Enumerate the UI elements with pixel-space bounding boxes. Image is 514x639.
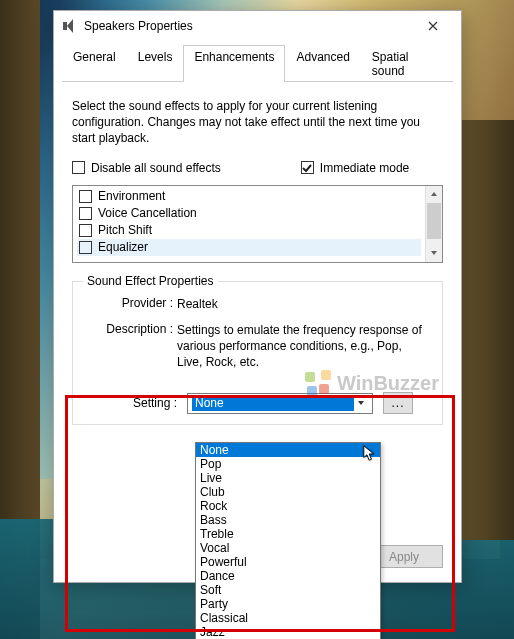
checkbox-icon: [301, 161, 314, 174]
dropdown-option[interactable]: Powerful: [196, 555, 380, 569]
list-item[interactable]: Equalizer: [77, 239, 421, 256]
checkbox-icon: [79, 241, 92, 254]
provider-value: Realtek: [177, 296, 428, 312]
instructions-text: Select the sound effects to apply for yo…: [72, 98, 443, 147]
tab-levels[interactable]: Levels: [127, 45, 184, 82]
dropdown-option[interactable]: Treble: [196, 527, 380, 541]
list-item[interactable]: Environment: [77, 188, 421, 205]
immediate-mode-checkbox[interactable]: Immediate mode: [301, 161, 409, 175]
tab-advanced[interactable]: Advanced: [285, 45, 360, 82]
sound-effect-properties-group: Sound Effect Properties Provider : Realt…: [72, 281, 443, 426]
dropdown-option[interactable]: Dance: [196, 569, 380, 583]
provider-label: Provider :: [87, 296, 177, 312]
effect-label: Environment: [98, 189, 165, 203]
dropdown-option[interactable]: Live: [196, 471, 380, 485]
dropdown-option[interactable]: Rock: [196, 499, 380, 513]
setting-value: None: [192, 396, 354, 411]
description-value: Settings to emulate the frequency respon…: [177, 322, 428, 371]
group-title: Sound Effect Properties: [83, 274, 218, 288]
dropdown-option[interactable]: Pop: [196, 457, 380, 471]
list-item[interactable]: Voice Cancellation: [77, 205, 421, 222]
disable-all-checkbox[interactable]: Disable all sound effects: [72, 161, 221, 175]
description-label: Description :: [87, 322, 177, 371]
effect-label: Voice Cancellation: [98, 206, 197, 220]
dropdown-option[interactable]: Classical: [196, 611, 380, 625]
dropdown-option[interactable]: Vocal: [196, 541, 380, 555]
checkbox-icon: [79, 190, 92, 203]
dropdown-option[interactable]: Party: [196, 597, 380, 611]
dropdown-option[interactable]: Bass: [196, 513, 380, 527]
setting-combobox[interactable]: None: [187, 393, 373, 414]
tab-spatial-sound[interactable]: Spatial sound: [361, 45, 453, 82]
setting-dropdown[interactable]: NonePopLiveClubRockBassTrebleVocalPowerf…: [195, 442, 381, 639]
close-button[interactable]: [413, 12, 453, 40]
setting-label: Setting :: [117, 396, 177, 410]
checkbox-icon: [72, 161, 85, 174]
dropdown-option[interactable]: Jazz: [196, 625, 380, 639]
titlebar: Speakers Properties: [54, 11, 461, 41]
scroll-track[interactable]: [426, 203, 442, 245]
disable-all-label: Disable all sound effects: [91, 161, 221, 175]
list-item[interactable]: Pitch Shift: [77, 222, 421, 239]
window-title: Speakers Properties: [84, 19, 413, 33]
immediate-mode-label: Immediate mode: [320, 161, 409, 175]
scroll-down-button[interactable]: [426, 245, 442, 262]
scroll-up-button[interactable]: [426, 186, 442, 203]
scrollbar[interactable]: [425, 186, 442, 262]
dropdown-option[interactable]: Soft: [196, 583, 380, 597]
dropdown-option[interactable]: Club: [196, 485, 380, 499]
speaker-icon: [62, 18, 78, 34]
dropdown-option[interactable]: None: [196, 443, 380, 457]
tab-strip: General Levels Enhancements Advanced Spa…: [54, 41, 461, 82]
effect-label: Equalizer: [98, 240, 148, 254]
checkbox-icon: [79, 207, 92, 220]
effects-list[interactable]: Environment Voice Cancellation Pitch Shi…: [72, 185, 443, 263]
tab-enhancements[interactable]: Enhancements: [183, 45, 285, 82]
chevron-down-icon: [354, 399, 368, 407]
effect-label: Pitch Shift: [98, 223, 152, 237]
scroll-thumb[interactable]: [427, 203, 441, 239]
more-button[interactable]: ...: [383, 392, 413, 414]
checkbox-icon: [79, 224, 92, 237]
tab-general[interactable]: General: [62, 45, 127, 82]
